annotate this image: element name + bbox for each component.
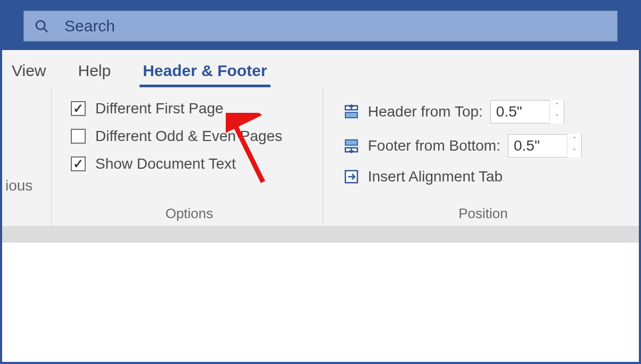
search-icon <box>34 18 50 34</box>
group-label: Position <box>342 205 624 222</box>
option-label: Different First Page <box>95 100 224 117</box>
tab-view[interactable]: View <box>9 62 49 87</box>
tab-header-footer[interactable]: Header & Footer <box>139 62 270 87</box>
field-label: Header from Top: <box>368 103 483 120</box>
spin-up-button[interactable]: ˄ <box>550 100 564 112</box>
option-label: Show Document Text <box>95 155 236 172</box>
group-options: Different First Page Different Odd & Eve… <box>51 87 323 226</box>
footer-from-bottom-row: Footer from Bottom: 0.5" ˄ ˅ <box>342 134 624 158</box>
title-bar: Search <box>2 2 639 50</box>
field-value: 0.5" <box>491 103 549 120</box>
group-position: Header from Top: 0.5" ˄ ˅ <box>323 87 639 226</box>
field-label: Footer from Bottom: <box>368 137 500 154</box>
field-value: 0.5" <box>508 137 567 154</box>
header-top-icon <box>342 104 360 120</box>
option-label: Different Odd & Even Pages <box>95 128 282 145</box>
alignment-tab-icon <box>342 169 360 185</box>
svg-line-1 <box>44 28 47 32</box>
footer-bottom-icon <box>342 138 360 154</box>
search-placeholder: Search <box>64 17 115 35</box>
search-box[interactable]: Search <box>23 11 618 42</box>
svg-rect-3 <box>346 112 358 118</box>
footer-from-bottom-input[interactable]: 0.5" ˄ ˅ <box>508 134 582 158</box>
cutoff-prev-group-label: ious <box>2 87 51 226</box>
ribbon: ious Different First Page Different Odd … <box>2 87 639 227</box>
option-different-first-page[interactable]: Different First Page <box>71 100 308 117</box>
button-label: Insert Alignment Tab <box>368 168 503 185</box>
ribbon-tabs: View Help Header & Footer <box>2 50 639 87</box>
tab-help[interactable]: Help <box>75 62 114 87</box>
group-label: Options <box>71 205 308 222</box>
option-show-document-text[interactable]: Show Document Text <box>71 155 308 172</box>
checkbox-icon <box>71 101 86 116</box>
svg-point-0 <box>36 21 45 29</box>
checkbox-icon <box>71 156 86 171</box>
spin-up-button[interactable]: ˄ <box>568 134 581 146</box>
document-area-gap <box>2 227 639 243</box>
insert-alignment-tab-button[interactable]: Insert Alignment Tab <box>342 168 624 185</box>
header-from-top-input[interactable]: 0.5" ˄ ˅ <box>490 100 564 123</box>
spin-down-button[interactable]: ˅ <box>568 146 581 158</box>
option-different-odd-even[interactable]: Different Odd & Even Pages <box>71 128 308 145</box>
header-from-top-row: Header from Top: 0.5" ˄ ˅ <box>342 100 624 123</box>
svg-rect-4 <box>346 140 358 145</box>
spin-down-button[interactable]: ˅ <box>550 112 564 123</box>
checkbox-icon <box>71 129 86 144</box>
